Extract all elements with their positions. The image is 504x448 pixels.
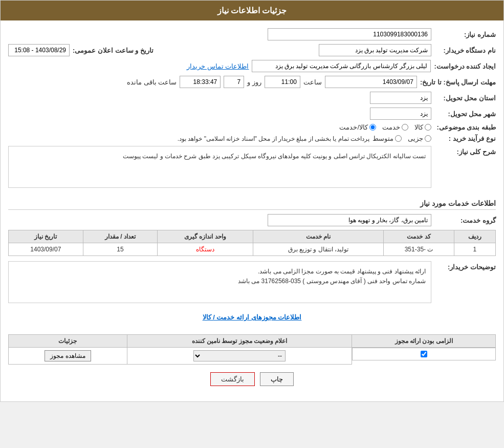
- tabaqe-radio-group: کالا خدمت کالا/خدمت: [339, 123, 431, 131]
- shomara-niaz-label: شماره نیاز:: [434, 31, 496, 38]
- shahr-input[interactable]: [370, 108, 431, 120]
- col-vahed: واحد اندازه گیری: [158, 230, 253, 243]
- page-header: جزئیات اطلاعات نیاز: [1, 1, 503, 20]
- cell-kod: ت -35-351: [384, 243, 454, 256]
- tarikh-input[interactable]: [8, 44, 70, 56]
- permits-col-status: اعلام وضعیت مجوز توسط نامین کننده: [127, 335, 352, 348]
- shahr-label: شهر محل تحویل:: [434, 110, 496, 118]
- mohlat-saat-label: ساعت: [303, 78, 322, 86]
- permits-col-details: جزئیات: [9, 335, 127, 348]
- cell-name: تولید، انتقال و توزیع برق: [253, 243, 384, 256]
- tabaqe-kala-khedmat-radio[interactable]: [369, 124, 376, 131]
- print-button[interactable]: چاپ: [260, 372, 294, 386]
- navae-jozi-radio[interactable]: [425, 135, 431, 142]
- view-permit-button[interactable]: مشاهده مجوز: [45, 350, 91, 361]
- notice-text: پرداخت تمام یا بخشی از مبلغ خریدار از مح…: [178, 135, 369, 142]
- navae-radio-group: جزیی متوسط: [372, 135, 431, 142]
- nam-dastgah-input[interactable]: [319, 44, 431, 56]
- page-title: جزئیات اطلاعات نیاز: [217, 6, 287, 15]
- col-tedad: تعداد / مقدار: [83, 230, 158, 243]
- grouh-label: گروه خدمت:: [434, 217, 496, 224]
- table-row: 1 ت -35-351 تولید، انتقال و توزیع برق دس…: [9, 243, 496, 256]
- sharh-value: تست سالیانه الکتریکال ترانس اصلی و یونیت…: [14, 152, 426, 182]
- ettelaat-tamas-link[interactable]: اطلاعات تماس خریدار: [187, 62, 249, 70]
- permits-col-elzami: الزامی بودن ارائه مجوز: [352, 335, 496, 348]
- mohlat-baqi-label: ساعت باقی مانده: [127, 78, 177, 86]
- mohlat-roz-input[interactable]: [224, 76, 244, 88]
- mohlat-saat-input[interactable]: [265, 76, 300, 88]
- ejad-konande-label: ایجاد کننده درخواست:: [434, 62, 496, 70]
- col-name: نام خدمت: [253, 230, 384, 243]
- back-button[interactable]: بازگشت: [210, 372, 255, 386]
- cell-status: --: [127, 348, 352, 365]
- mohlat-baqi-input[interactable]: [180, 76, 221, 88]
- cell-vahed: دستگاه: [158, 243, 253, 256]
- navae-label: نوع فرآیند خرید :: [434, 135, 496, 142]
- cell-elzami: [352, 348, 495, 360]
- tabaqe-khedmat-radio[interactable]: [402, 124, 408, 131]
- buyer-notes-value: ارائه پیشنهاد فنی و پیشنهاد قیمت به صورت…: [14, 267, 426, 297]
- buttons-row: چاپ بازگشت: [8, 372, 496, 386]
- tabaqe-label: طبقه بندی موضوعی:: [434, 123, 496, 131]
- col-kod: کد خدمت: [384, 230, 454, 243]
- jozi-label: جزیی: [408, 135, 423, 142]
- col-radif: ردیف: [454, 230, 495, 243]
- sharh-label: شرح کلی نیاز:: [434, 146, 496, 156]
- ostan-label: استان محل تحویل:: [434, 94, 496, 102]
- tarikh-label: تاریخ و ساعت اعلان عمومی:: [73, 47, 154, 54]
- kala-label: کالا: [414, 123, 423, 131]
- cell-tarikh: 1403/09/07: [9, 243, 83, 256]
- permits-section-link[interactable]: اطلاعات مجوزهای ارائه خدمت / کالا: [8, 313, 496, 321]
- cell-details: مشاهده مجوز: [9, 348, 127, 365]
- shomara-niaz-input[interactable]: [268, 28, 431, 40]
- grouh-input[interactable]: [268, 214, 431, 226]
- permits-row: -- مشاهده مجوز: [9, 348, 496, 365]
- mohlat-roz-label: روز و: [247, 78, 261, 86]
- nam-dastgah-label: نام دستگاه خریدار:: [434, 47, 496, 54]
- col-tarikh: تاریخ نیاز: [9, 230, 83, 243]
- buyer-notes-label: توضیحات خریدار:: [434, 261, 496, 271]
- ettelaat-section-title: اطلاعات خدمات مورد نیاز: [8, 199, 496, 210]
- status-select[interactable]: --: [193, 350, 286, 361]
- khedmat-label: خدمت: [382, 123, 400, 131]
- permits-table: الزامی بودن ارائه مجوز اعلام وضعیت مجوز …: [8, 334, 496, 365]
- ostan-input[interactable]: [370, 92, 431, 104]
- elzami-checkbox[interactable]: [421, 351, 427, 357]
- navae-motavaset-radio[interactable]: [395, 135, 402, 142]
- cell-tedad: 15: [83, 243, 158, 256]
- motavaset-label: متوسط: [372, 135, 393, 142]
- ejad-konande-input[interactable]: [252, 60, 431, 72]
- kala-khedmat-label: کالا/خدمت: [339, 123, 368, 131]
- tabaqe-kala-radio[interactable]: [425, 124, 431, 131]
- services-table: ردیف کد خدمت نام خدمت واحد اندازه گیری ت…: [8, 230, 496, 256]
- mohlat-label: مهلت ارسال پاسخ: تا تاریخ:: [420, 78, 496, 86]
- mohlat-date-input[interactable]: [325, 76, 417, 88]
- cell-radif: 1: [454, 243, 495, 256]
